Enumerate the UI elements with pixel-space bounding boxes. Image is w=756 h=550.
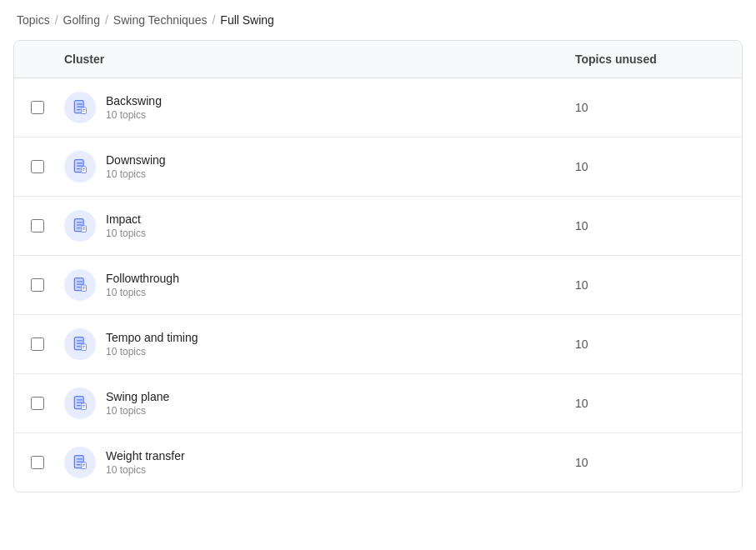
breadcrumb-topics[interactable]: Topics	[17, 13, 50, 27]
row-checkbox-weight-transfer[interactable]	[31, 456, 64, 469]
cluster-info-tempo: Tempo and timing 10 topics	[106, 331, 198, 358]
cluster-info-backswing: Backswing 10 topics	[106, 94, 162, 121]
topics-unused-downswing: 10	[575, 160, 725, 173]
cluster-info-followthrough: Followthrough 10 topics	[106, 272, 179, 298]
doc-icon	[72, 218, 88, 234]
cluster-cell-weight-transfer[interactable]: Weight transfer 10 topics	[64, 447, 575, 478]
cluster-cell-tempo[interactable]: Tempo and timing 10 topics	[64, 328, 575, 360]
topics-unused-backswing: 10	[575, 101, 725, 114]
topics-unused-weight-transfer: 10	[575, 456, 725, 469]
doc-icon	[72, 99, 88, 116]
checkbox-impact[interactable]	[31, 219, 44, 232]
table-row: Downswing 10 topics 10	[14, 138, 742, 197]
cluster-name-tempo: Tempo and timing	[106, 331, 198, 344]
breadcrumb-sep-2: /	[105, 13, 108, 27]
cluster-info-downswing: Downswing 10 topics	[106, 153, 166, 180]
cluster-icon-impact	[64, 210, 96, 242]
doc-icon	[72, 158, 88, 175]
doc-icon	[72, 395, 88, 412]
cluster-info-swing-plane: Swing plane 10 topics	[106, 390, 169, 417]
cluster-count-weight-transfer: 10 topics	[106, 464, 185, 476]
row-checkbox-backswing[interactable]	[31, 101, 64, 114]
breadcrumb-golfing[interactable]: Golfing	[63, 13, 100, 27]
table-row: Tempo and timing 10 topics 10	[14, 315, 742, 374]
topics-unused-impact: 10	[575, 219, 725, 232]
table-row: Backswing 10 topics 10	[14, 78, 742, 138]
checkbox-backswing[interactable]	[31, 101, 44, 114]
row-checkbox-tempo[interactable]	[31, 338, 64, 351]
doc-icon	[72, 336, 88, 352]
cluster-cell-backswing[interactable]: Backswing 10 topics	[64, 92, 575, 123]
cluster-name-weight-transfer: Weight transfer	[106, 449, 185, 462]
topics-unused-followthrough: 10	[575, 278, 725, 292]
table-row: Impact 10 topics 10	[14, 197, 742, 256]
cluster-icon-swing-plane	[64, 388, 96, 419]
cluster-icon-backswing	[64, 92, 96, 123]
breadcrumb-swing-techniques[interactable]: Swing Techniques	[113, 13, 208, 27]
cluster-count-backswing: 10 topics	[106, 109, 162, 121]
topics-unused-swing-plane: 10	[575, 397, 725, 410]
checkbox-tempo[interactable]	[31, 338, 44, 351]
cluster-icon-followthrough	[64, 269, 96, 301]
doc-icon	[72, 277, 88, 293]
row-checkbox-impact[interactable]	[31, 219, 64, 232]
cluster-cell-swing-plane[interactable]: Swing plane 10 topics	[64, 388, 575, 419]
checkbox-followthrough[interactable]	[31, 278, 44, 292]
row-checkbox-downswing[interactable]	[31, 160, 64, 173]
breadcrumb-full-swing: Full Swing	[220, 13, 274, 27]
cluster-info-impact: Impact 10 topics	[106, 212, 146, 239]
cluster-name-followthrough: Followthrough	[106, 272, 179, 285]
cluster-name-swing-plane: Swing plane	[106, 390, 169, 403]
cluster-count-impact: 10 topics	[106, 228, 146, 239]
cluster-icon-weight-transfer	[64, 447, 96, 478]
header-cluster: Cluster	[64, 52, 575, 66]
table-row: Weight transfer 10 topics 10	[14, 433, 742, 492]
doc-icon	[72, 454, 88, 471]
table-row: Swing plane 10 topics 10	[14, 374, 742, 433]
cluster-count-tempo: 10 topics	[106, 346, 198, 358]
topics-unused-tempo: 10	[575, 338, 725, 351]
cluster-count-swing-plane: 10 topics	[106, 405, 169, 417]
breadcrumb-sep-1: /	[55, 13, 58, 27]
cluster-name-impact: Impact	[106, 212, 146, 226]
cluster-cell-impact[interactable]: Impact 10 topics	[64, 210, 575, 242]
cluster-count-followthrough: 10 topics	[106, 287, 179, 298]
breadcrumb: Topics / Golfing / Swing Techniques / Fu…	[0, 0, 756, 40]
row-checkbox-followthrough[interactable]	[31, 278, 64, 292]
cluster-info-weight-transfer: Weight transfer 10 topics	[106, 449, 185, 476]
cluster-cell-followthrough[interactable]: Followthrough 10 topics	[64, 269, 575, 301]
cluster-icon-tempo	[64, 328, 96, 360]
table-row: Followthrough 10 topics 10	[14, 256, 742, 315]
table-header: Cluster Topics unused	[14, 41, 742, 78]
breadcrumb-sep-3: /	[212, 13, 215, 27]
checkbox-downswing[interactable]	[31, 160, 44, 173]
cluster-cell-downswing[interactable]: Downswing 10 topics	[64, 151, 575, 182]
header-topics-unused: Topics unused	[575, 52, 725, 66]
row-checkbox-swing-plane[interactable]	[31, 397, 64, 410]
checkbox-swing-plane[interactable]	[31, 397, 44, 410]
clusters-table: Cluster Topics unused Backswing 10 topic…	[13, 40, 743, 492]
cluster-icon-downswing	[64, 151, 96, 182]
cluster-name-backswing: Backswing	[106, 94, 162, 108]
cluster-name-downswing: Downswing	[106, 153, 166, 167]
cluster-count-downswing: 10 topics	[106, 168, 166, 180]
checkbox-weight-transfer[interactable]	[31, 456, 44, 469]
